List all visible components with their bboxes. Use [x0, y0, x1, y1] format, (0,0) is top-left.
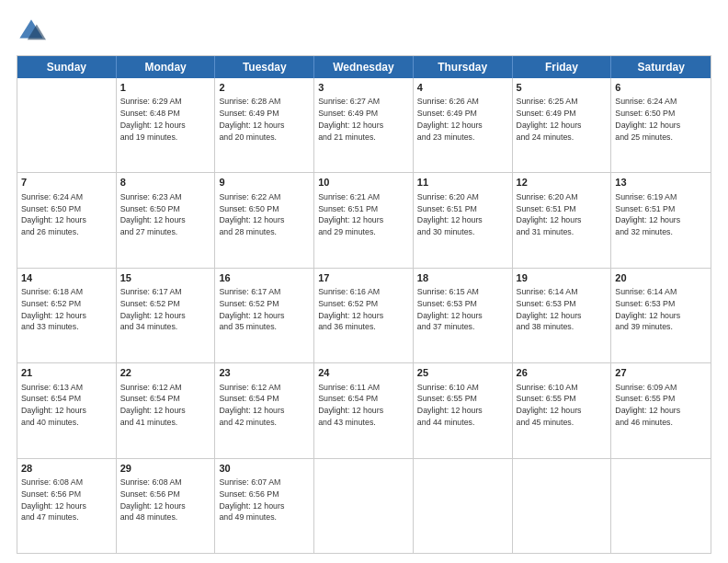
day-info: Sunrise: 6:24 AM Sunset: 6:50 PM Dayligh…	[21, 191, 112, 238]
day-info: Sunrise: 6:18 AM Sunset: 6:52 PM Dayligh…	[21, 286, 112, 333]
day-number: 25	[417, 366, 508, 380]
day-number: 10	[318, 176, 409, 190]
week-row: 14Sunrise: 6:18 AM Sunset: 6:52 PM Dayli…	[17, 268, 711, 362]
day-number: 7	[21, 176, 112, 190]
day-info: Sunrise: 6:20 AM Sunset: 6:51 PM Dayligh…	[517, 191, 608, 238]
day-info: Sunrise: 6:23 AM Sunset: 6:50 PM Dayligh…	[120, 191, 211, 238]
day-number: 5	[517, 81, 608, 95]
day-cell: 9Sunrise: 6:22 AM Sunset: 6:50 PM Daylig…	[215, 173, 314, 267]
day-header-sunday: Sunday	[17, 56, 117, 78]
day-info: Sunrise: 6:14 AM Sunset: 6:53 PM Dayligh…	[517, 286, 608, 333]
day-info: Sunrise: 6:08 AM Sunset: 6:56 PM Dayligh…	[21, 477, 112, 523]
day-cell	[17, 78, 117, 172]
day-cell: 13Sunrise: 6:19 AM Sunset: 6:51 PM Dayli…	[611, 173, 711, 267]
day-number: 9	[219, 176, 310, 190]
day-info: Sunrise: 6:26 AM Sunset: 6:49 PM Dayligh…	[417, 96, 508, 143]
day-header-monday: Monday	[117, 56, 216, 78]
header	[17, 17, 711, 46]
day-cell: 12Sunrise: 6:20 AM Sunset: 6:51 PM Dayli…	[513, 173, 612, 267]
day-number: 20	[615, 271, 707, 285]
day-info: Sunrise: 6:25 AM Sunset: 6:49 PM Dayligh…	[517, 96, 608, 143]
day-number: 16	[219, 271, 310, 285]
day-info: Sunrise: 6:19 AM Sunset: 6:51 PM Dayligh…	[615, 191, 707, 238]
day-cell: 25Sunrise: 6:10 AM Sunset: 6:55 PM Dayli…	[414, 363, 513, 457]
day-info: Sunrise: 6:07 AM Sunset: 6:56 PM Dayligh…	[219, 477, 310, 523]
day-cell	[611, 459, 711, 553]
day-info: Sunrise: 6:24 AM Sunset: 6:50 PM Dayligh…	[615, 96, 707, 143]
day-number: 6	[615, 81, 707, 95]
day-cell: 24Sunrise: 6:11 AM Sunset: 6:54 PM Dayli…	[314, 363, 414, 457]
day-info: Sunrise: 6:12 AM Sunset: 6:54 PM Dayligh…	[120, 382, 211, 429]
day-cell: 7Sunrise: 6:24 AM Sunset: 6:50 PM Daylig…	[17, 173, 117, 267]
day-cell: 6Sunrise: 6:24 AM Sunset: 6:50 PM Daylig…	[611, 78, 711, 172]
day-number: 18	[417, 271, 508, 285]
day-number: 24	[318, 366, 409, 380]
week-row: 1Sunrise: 6:29 AM Sunset: 6:48 PM Daylig…	[17, 78, 711, 172]
day-info: Sunrise: 6:08 AM Sunset: 6:56 PM Dayligh…	[120, 477, 211, 523]
day-number: 28	[21, 462, 112, 476]
day-cell: 21Sunrise: 6:13 AM Sunset: 6:54 PM Dayli…	[17, 363, 117, 457]
day-info: Sunrise: 6:14 AM Sunset: 6:53 PM Dayligh…	[615, 286, 707, 333]
day-cell: 20Sunrise: 6:14 AM Sunset: 6:53 PM Dayli…	[611, 269, 711, 362]
day-cell: 30Sunrise: 6:07 AM Sunset: 6:56 PM Dayli…	[215, 459, 314, 553]
day-number: 1	[120, 81, 211, 95]
day-cell: 27Sunrise: 6:09 AM Sunset: 6:55 PM Dayli…	[611, 363, 711, 457]
day-cell	[314, 459, 414, 553]
day-number: 12	[517, 176, 608, 190]
day-number: 29	[120, 462, 211, 476]
day-cell: 4Sunrise: 6:26 AM Sunset: 6:49 PM Daylig…	[414, 78, 513, 172]
day-info: Sunrise: 6:27 AM Sunset: 6:49 PM Dayligh…	[318, 96, 409, 143]
day-info: Sunrise: 6:13 AM Sunset: 6:54 PM Dayligh…	[21, 382, 112, 429]
day-info: Sunrise: 6:11 AM Sunset: 6:54 PM Dayligh…	[318, 382, 409, 429]
day-info: Sunrise: 6:21 AM Sunset: 6:51 PM Dayligh…	[318, 191, 409, 238]
week-row: 28Sunrise: 6:08 AM Sunset: 6:56 PM Dayli…	[17, 458, 711, 553]
day-cell: 22Sunrise: 6:12 AM Sunset: 6:54 PM Dayli…	[117, 363, 216, 457]
calendar: SundayMondayTuesdayWednesdayThursdayFrid…	[17, 55, 711, 554]
logo	[17, 17, 50, 46]
day-header-wednesday: Wednesday	[314, 56, 414, 78]
day-number: 11	[417, 176, 508, 190]
day-info: Sunrise: 6:17 AM Sunset: 6:52 PM Dayligh…	[219, 286, 310, 333]
day-number: 22	[120, 366, 211, 380]
day-cell: 26Sunrise: 6:10 AM Sunset: 6:55 PM Dayli…	[513, 363, 612, 457]
day-info: Sunrise: 6:09 AM Sunset: 6:55 PM Dayligh…	[615, 382, 707, 429]
day-info: Sunrise: 6:15 AM Sunset: 6:53 PM Dayligh…	[417, 286, 508, 333]
day-info: Sunrise: 6:22 AM Sunset: 6:50 PM Dayligh…	[219, 191, 310, 238]
day-cell: 5Sunrise: 6:25 AM Sunset: 6:49 PM Daylig…	[513, 78, 612, 172]
day-cell: 23Sunrise: 6:12 AM Sunset: 6:54 PM Dayli…	[215, 363, 314, 457]
week-row: 7Sunrise: 6:24 AM Sunset: 6:50 PM Daylig…	[17, 172, 711, 267]
day-info: Sunrise: 6:16 AM Sunset: 6:52 PM Dayligh…	[318, 286, 409, 333]
day-header-thursday: Thursday	[414, 56, 513, 78]
day-cell: 1Sunrise: 6:29 AM Sunset: 6:48 PM Daylig…	[117, 78, 216, 172]
day-info: Sunrise: 6:10 AM Sunset: 6:55 PM Dayligh…	[417, 382, 508, 429]
day-info: Sunrise: 6:29 AM Sunset: 6:48 PM Dayligh…	[120, 96, 211, 143]
day-cell: 10Sunrise: 6:21 AM Sunset: 6:51 PM Dayli…	[314, 173, 414, 267]
day-info: Sunrise: 6:17 AM Sunset: 6:52 PM Dayligh…	[120, 286, 211, 333]
day-cell: 11Sunrise: 6:20 AM Sunset: 6:51 PM Dayli…	[414, 173, 513, 267]
day-number: 17	[318, 271, 409, 285]
day-number: 8	[120, 176, 211, 190]
calendar-body: 1Sunrise: 6:29 AM Sunset: 6:48 PM Daylig…	[17, 78, 711, 553]
day-cell: 14Sunrise: 6:18 AM Sunset: 6:52 PM Dayli…	[17, 269, 117, 362]
day-number: 3	[318, 81, 409, 95]
day-info: Sunrise: 6:28 AM Sunset: 6:49 PM Dayligh…	[219, 96, 310, 143]
day-number: 13	[615, 176, 707, 190]
day-number: 30	[219, 462, 310, 476]
day-cell: 2Sunrise: 6:28 AM Sunset: 6:49 PM Daylig…	[215, 78, 314, 172]
day-cell: 8Sunrise: 6:23 AM Sunset: 6:50 PM Daylig…	[117, 173, 216, 267]
day-number: 2	[219, 81, 310, 95]
day-number: 27	[615, 366, 707, 380]
day-cell	[414, 459, 513, 553]
day-info: Sunrise: 6:10 AM Sunset: 6:55 PM Dayligh…	[517, 382, 608, 429]
day-number: 19	[517, 271, 608, 285]
day-cell: 17Sunrise: 6:16 AM Sunset: 6:52 PM Dayli…	[314, 269, 414, 362]
day-cell: 3Sunrise: 6:27 AM Sunset: 6:49 PM Daylig…	[314, 78, 414, 172]
logo-icon	[17, 17, 46, 46]
page: SundayMondayTuesdayWednesdayThursdayFrid…	[0, 0, 728, 563]
day-header-saturday: Saturday	[611, 56, 711, 78]
day-number: 15	[120, 271, 211, 285]
day-number: 21	[21, 366, 112, 380]
day-number: 4	[417, 81, 508, 95]
day-header-friday: Friday	[513, 56, 612, 78]
day-cell: 15Sunrise: 6:17 AM Sunset: 6:52 PM Dayli…	[117, 269, 216, 362]
